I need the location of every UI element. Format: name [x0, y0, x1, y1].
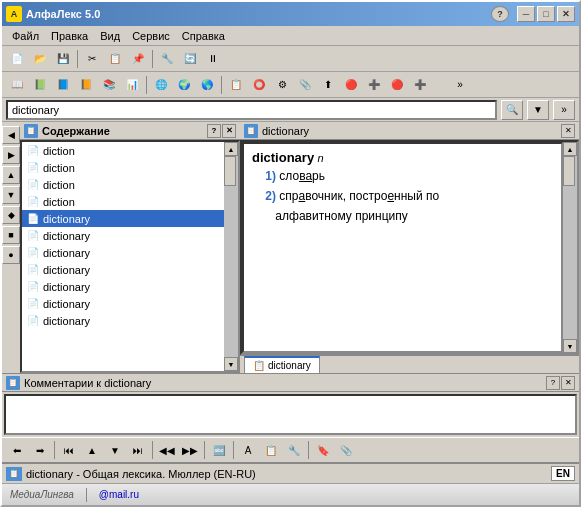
nav-btn-7[interactable]: ●	[2, 246, 20, 264]
menu-edit[interactable]: Правка	[45, 28, 94, 44]
def-scroll-track[interactable]	[563, 156, 577, 339]
bt-btn4[interactable]: ▲	[81, 440, 103, 460]
bt-btn13[interactable]: 🔖	[312, 440, 334, 460]
tree-item-dictionary-4[interactable]: 📄 dictionary	[22, 261, 224, 278]
tb-cut[interactable]: ✂	[81, 49, 103, 69]
bt-btn14[interactable]: 📎	[335, 440, 357, 460]
scroll-down-btn[interactable]: ▼	[224, 357, 238, 371]
scroll-track[interactable]	[224, 156, 238, 357]
menu-service[interactable]: Сервис	[126, 28, 176, 44]
menu-file[interactable]: Файл	[6, 28, 45, 44]
def-scroll-up[interactable]: ▲	[563, 142, 577, 156]
tb-action3[interactable]: ⏸	[202, 49, 224, 69]
bt-btn12[interactable]: 🔧	[283, 440, 305, 460]
folder-icon-6: 📄	[26, 229, 40, 243]
bt-btn6[interactable]: ⏭	[127, 440, 149, 460]
nav-btn-6[interactable]: ■	[2, 226, 20, 244]
bt-btn11[interactable]: 📋	[260, 440, 282, 460]
def-scrollbar[interactable]: ▲ ▼	[563, 142, 577, 353]
menu-help[interactable]: Справка	[176, 28, 231, 44]
tb2-btn12[interactable]: ⚙	[271, 75, 293, 95]
bt-btn1[interactable]: ⬅	[6, 440, 28, 460]
tb2-btn9[interactable]: 🌎	[196, 75, 218, 95]
comments-close-btn[interactable]: ✕	[561, 376, 575, 390]
folder-icon-9: 📄	[26, 280, 40, 294]
search-input[interactable]	[6, 100, 497, 120]
tree-item-diction-3[interactable]: 📄 diction	[22, 176, 224, 193]
bt-btn9[interactable]: 🔤	[208, 440, 230, 460]
tb-open[interactable]: 📂	[29, 49, 51, 69]
bt-sep4	[233, 441, 234, 459]
search-button[interactable]: 🔍	[501, 100, 523, 120]
tb2-btn8[interactable]: 🌍	[173, 75, 195, 95]
tree-item-dictionary-selected[interactable]: 📄 dictionary	[22, 210, 224, 227]
tree-item-dictionary-7[interactable]: 📄 dictionary	[22, 312, 224, 329]
def-word-line: dictionary n	[252, 150, 553, 165]
main-window: A АлфаЛекс 5.0 ? ─ □ ✕ Файл Правка Вид С…	[0, 0, 581, 507]
nav-btn-5[interactable]: ◆	[2, 206, 20, 224]
bt-btn8[interactable]: ▶▶	[179, 440, 201, 460]
tree-container: 📄 diction 📄 diction 📄 diction 📄 diction	[22, 142, 224, 371]
contents-close-btn[interactable]: ✕	[222, 124, 236, 138]
def-scroll-thumb[interactable]	[563, 156, 575, 186]
bt-btn10[interactable]: A	[237, 440, 259, 460]
bt-btn5[interactable]: ▼	[104, 440, 126, 460]
tb2-btn6[interactable]: 📊	[121, 75, 143, 95]
tree-item-dictionary-3[interactable]: 📄 dictionary	[22, 244, 224, 261]
contents-title: Содержание	[42, 125, 203, 137]
tb2-btn14[interactable]: ⬆	[317, 75, 339, 95]
tb2-btn10[interactable]: 📋	[225, 75, 247, 95]
menu-view[interactable]: Вид	[94, 28, 126, 44]
bt-btn2[interactable]: ➡	[29, 440, 51, 460]
def-scroll-down[interactable]: ▼	[563, 339, 577, 353]
nav-btn-2[interactable]: ▶	[2, 146, 20, 164]
tree-item-diction-1[interactable]: 📄 diction	[22, 142, 224, 159]
tb2-btn5[interactable]: 📚	[98, 75, 120, 95]
help-button[interactable]: ?	[491, 6, 509, 22]
tb2-btn18[interactable]: ➕	[409, 75, 431, 95]
tab-dictionary[interactable]: 📋 dictionary	[244, 356, 320, 373]
tb2-btn13[interactable]: 📎	[294, 75, 316, 95]
maximize-button[interactable]: □	[537, 6, 555, 22]
nav-btn-3[interactable]: ▲	[2, 166, 20, 184]
tb2-btn17[interactable]: 🔴	[386, 75, 408, 95]
definition-panel: dictionary n 1) словарь 2) справочник, п…	[240, 140, 579, 355]
tb-copy[interactable]: 📋	[104, 49, 126, 69]
tab-icon: 📋	[253, 360, 265, 371]
bt-btn7[interactable]: ◀◀	[156, 440, 178, 460]
tb-action2[interactable]: 🔄	[179, 49, 201, 69]
tb2-btn4[interactable]: 📙	[75, 75, 97, 95]
tb-save[interactable]: 💾	[52, 49, 74, 69]
tb2-btn15[interactable]: 🔴	[340, 75, 362, 95]
search-extra[interactable]: »	[553, 100, 575, 120]
close-button[interactable]: ✕	[557, 6, 575, 22]
scroll-up-btn[interactable]: ▲	[224, 142, 238, 156]
nav-btn-4[interactable]: ▼	[2, 186, 20, 204]
scroll-thumb[interactable]	[224, 156, 236, 186]
nav-btn-1[interactable]: ◀	[2, 126, 20, 144]
tb2-btn11[interactable]: ⭕	[248, 75, 270, 95]
tree-item-dictionary-2[interactable]: 📄 dictionary	[22, 227, 224, 244]
tree-item-dictionary-6[interactable]: 📄 dictionary	[22, 295, 224, 312]
tree-scrollbar[interactable]: ▲ ▼	[224, 142, 238, 371]
minimize-button[interactable]: ─	[517, 6, 535, 22]
tb2-more[interactable]: »	[449, 75, 471, 95]
comments-help-btn[interactable]: ?	[546, 376, 560, 390]
tb-action1[interactable]: 🔧	[156, 49, 178, 69]
tb2-btn1[interactable]: 📖	[6, 75, 28, 95]
tb-paste[interactable]: 📌	[127, 49, 149, 69]
tb2-btn2[interactable]: 📗	[29, 75, 51, 95]
right-panel-header: 📋 dictionary ✕	[240, 122, 579, 140]
tree-item-diction-2[interactable]: 📄 diction	[22, 159, 224, 176]
bt-btn3[interactable]: ⏮	[58, 440, 80, 460]
tb2-btn16[interactable]: ➕	[363, 75, 385, 95]
contents-help-btn[interactable]: ?	[207, 124, 221, 138]
right-close-btn[interactable]: ✕	[561, 124, 575, 138]
tb-new[interactable]: 📄	[6, 49, 28, 69]
tb2-btn3[interactable]: 📘	[52, 75, 74, 95]
search-options[interactable]: ▼	[527, 100, 549, 120]
tree-item-diction-4[interactable]: 📄 diction	[22, 193, 224, 210]
tree-label-10: dictionary	[43, 298, 90, 310]
tree-item-dictionary-5[interactable]: 📄 dictionary	[22, 278, 224, 295]
tb2-btn7[interactable]: 🌐	[150, 75, 172, 95]
